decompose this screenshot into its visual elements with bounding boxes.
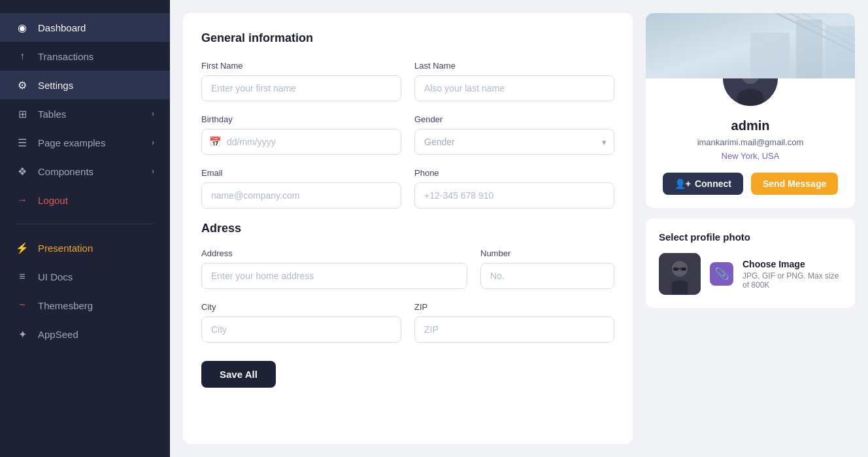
profile-location: New York, USA	[659, 151, 842, 161]
address-title: Adress	[201, 222, 614, 235]
sidebar-label-transactions: Transactions	[38, 51, 93, 62]
chevron-right-icon3: ›	[152, 167, 154, 176]
sidebar-label-dashboard: Dashboard	[38, 22, 86, 33]
sidebar-item-transactions[interactable]: ↑ Transactions	[0, 42, 170, 71]
city-label: City	[201, 302, 401, 312]
main-content: General information First Name Last Name…	[170, 0, 868, 457]
profile-email: imankarimi.mail@gmail.com	[659, 137, 842, 147]
dashboard-icon: ◉	[16, 21, 29, 34]
add-user-icon: 👤+	[675, 178, 691, 189]
sidebar-item-dashboard[interactable]: ◉ Dashboard	[0, 13, 170, 42]
sidebar-item-page-examples[interactable]: ☰ Page examples ›	[0, 128, 170, 157]
last-name-input[interactable]	[414, 75, 614, 101]
sidebar-label-page-examples: Page examples	[38, 137, 105, 148]
general-info-title: General information	[201, 31, 614, 45]
sidebar-label-logout: Logout	[38, 195, 68, 206]
photo-upload-text: Choose Image JPG, GIF or PNG. Max size o…	[743, 259, 842, 290]
zip-group: ZIP	[414, 302, 614, 343]
appseed-icon: ✦	[16, 328, 29, 341]
svg-rect-4	[750, 33, 790, 78]
sidebar-item-components[interactable]: ❖ Components ›	[0, 157, 170, 186]
sidebar-label-presentation: Presentation	[38, 243, 93, 254]
sidebar-item-themesberg[interactable]: ~ Themesberg	[0, 291, 170, 320]
last-name-group: Last Name	[414, 61, 614, 101]
svg-rect-13	[681, 267, 686, 271]
transactions-icon: ↑	[16, 50, 29, 63]
choose-image-label: Choose Image	[743, 259, 842, 269]
email-label: Email	[201, 168, 401, 178]
sidebar-divider	[16, 224, 154, 224]
chevron-right-icon: ›	[152, 109, 154, 118]
profile-cover	[646, 13, 855, 78]
sidebar-label-components: Components	[38, 166, 93, 177]
tables-icon: ⊞	[16, 107, 29, 120]
number-input[interactable]	[480, 263, 614, 289]
profile-info: admin imankarimi.mail@gmail.com New York…	[646, 118, 855, 208]
connect-button[interactable]: 👤+ Connect	[663, 173, 743, 195]
profile-actions: 👤+ Connect Send Message	[659, 173, 842, 195]
email-input[interactable]	[201, 182, 401, 209]
themesberg-icon: ~	[16, 299, 29, 312]
address-number-row: Address Number	[201, 248, 614, 289]
photo-card: Select profile photo 📎	[646, 218, 855, 308]
cover-image	[646, 13, 855, 78]
connect-label: Connect	[695, 178, 731, 189]
sidebar-item-settings[interactable]: ⚙ Settings	[0, 71, 170, 99]
phone-input[interactable]	[414, 182, 614, 209]
sidebar-item-tables[interactable]: ⊞ Tables ›	[0, 99, 170, 128]
upload-icon[interactable]: 📎	[710, 262, 733, 286]
sidebar-item-appseed[interactable]: ✦ AppSeed	[0, 320, 170, 348]
save-button[interactable]: Save All	[201, 361, 276, 388]
chevron-right-icon2: ›	[152, 138, 154, 147]
number-label: Number	[480, 248, 614, 258]
sidebar-label-appseed: AppSeed	[38, 329, 78, 340]
photo-select-row: 📎 Choose Image JPG, GIF or PNG. Max size…	[659, 253, 842, 295]
gender-group: Gender Gender Male Female Other ▾	[414, 114, 614, 155]
sidebar-item-logout[interactable]: → Logout	[0, 186, 170, 214]
phone-label: Phone	[414, 168, 614, 178]
sidebar-item-ui-docs[interactable]: ≡ UI Docs	[0, 262, 170, 291]
city-zip-row: City ZIP	[201, 302, 614, 343]
date-wrapper: 📅	[201, 129, 401, 155]
sidebar-bottom: ⚡ Presentation ≡ UI Docs ~ Themesberg ✦ …	[0, 233, 170, 348]
profile-card: admin imankarimi.mail@gmail.com New York…	[646, 13, 855, 208]
gender-label: Gender	[414, 114, 614, 124]
first-name-input[interactable]	[201, 75, 401, 101]
city-input[interactable]	[201, 316, 401, 343]
email-phone-row: Email Phone	[201, 168, 614, 209]
photo-upload-hint: JPG, GIF or PNG. Max size of 800K	[743, 271, 842, 290]
sidebar-item-presentation[interactable]: ⚡ Presentation	[0, 233, 170, 262]
presentation-icon: ⚡	[16, 241, 29, 254]
photo-card-title: Select profile photo	[659, 231, 842, 243]
zip-input[interactable]	[414, 316, 614, 343]
sidebar-label-themesberg: Themesberg	[38, 300, 93, 311]
svg-rect-6	[826, 26, 855, 78]
profile-panel: admin imankarimi.mail@gmail.com New York…	[646, 13, 855, 444]
logout-icon: →	[16, 194, 29, 207]
message-button[interactable]: Send Message	[751, 173, 838, 195]
profile-name: admin	[659, 118, 842, 133]
birthday-input[interactable]	[201, 129, 401, 155]
birthday-label: Birthday	[201, 114, 401, 124]
last-name-label: Last Name	[414, 61, 614, 71]
settings-icon: ⚙	[16, 78, 29, 92]
gender-select[interactable]: Gender Male Female Other	[414, 129, 614, 155]
paperclip-icon: 📎	[714, 267, 729, 281]
first-name-group: First Name	[201, 61, 401, 101]
sidebar-label-ui-docs: UI Docs	[38, 271, 73, 282]
page-examples-icon: ☰	[16, 136, 29, 149]
svg-rect-12	[673, 267, 678, 271]
address-input[interactable]	[201, 263, 467, 289]
phone-group: Phone	[414, 168, 614, 209]
form-panel: General information First Name Last Name…	[183, 13, 633, 444]
photo-thumbnail	[659, 253, 701, 295]
number-group: Number	[480, 248, 614, 289]
calendar-icon: 📅	[209, 136, 222, 148]
name-row: First Name Last Name	[201, 61, 614, 101]
first-name-label: First Name	[201, 61, 401, 71]
address-label: Address	[201, 248, 467, 258]
ui-docs-icon: ≡	[16, 270, 29, 283]
svg-rect-5	[796, 20, 822, 78]
email-group: Email	[201, 168, 401, 209]
birthday-gender-row: Birthday 📅 Gender Gender Male Female Oth…	[201, 114, 614, 155]
